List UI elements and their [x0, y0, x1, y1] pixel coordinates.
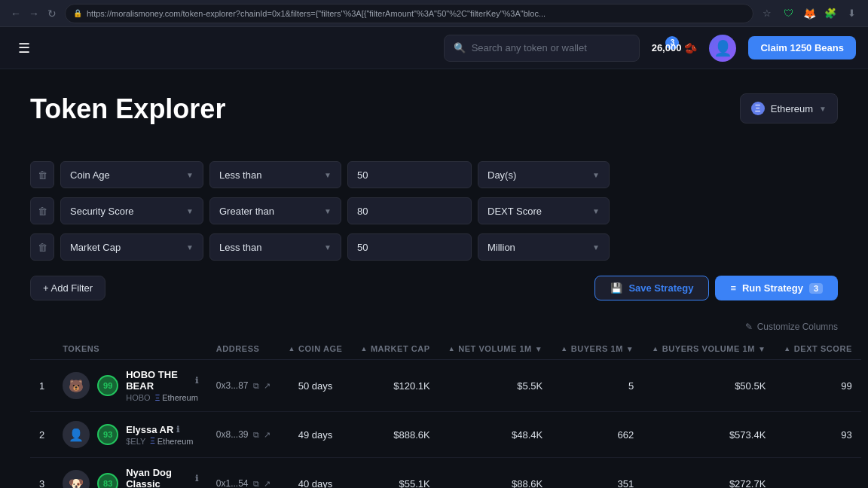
save-icon: 💾	[610, 282, 622, 294]
token-name-2: Elyssa AR ℹ	[126, 424, 193, 435]
filter-unit-1[interactable]: Day(s) ▼	[478, 161, 610, 188]
filter-value-2[interactable]: 80	[347, 197, 472, 224]
nav-buttons: ← → ↻	[9, 7, 59, 20]
row-address-3: 0x1...54 ⧉ ↗	[207, 458, 280, 489]
col-market-cap-label: MARKET CAP	[371, 344, 430, 353]
address-value-1: 0x3...87	[216, 380, 249, 391]
filter-unit-3-label: Million	[487, 242, 515, 253]
eth-label: Ethereum	[771, 103, 813, 114]
menu-button[interactable]: ☰	[12, 36, 36, 60]
token-info-2: Elyssa AR ℹ $ELY Ξ Ethereum	[126, 424, 193, 446]
col-rank	[30, 338, 53, 360]
filter-unit-chevron-icon: ▼	[592, 171, 600, 179]
filter-buyers-vol-icon[interactable]: ▼	[758, 345, 766, 353]
filter-unit-3[interactable]: Million ▼	[478, 233, 610, 261]
open-address-button-1[interactable]: ↗	[264, 381, 270, 391]
token-avatar-2: 👤	[63, 421, 90, 448]
security-badge-1: 99	[97, 375, 118, 396]
col-coin-age-label: COIN AGE	[298, 344, 342, 353]
open-address-button-2[interactable]: ↗	[264, 430, 270, 440]
delete-filter-2-button[interactable]: 🗑	[30, 197, 54, 224]
sort-up-icon: ▲	[289, 345, 295, 352]
sort-buyers-icon: ▲	[561, 345, 567, 352]
filter-row-2: 🗑 Security Score ▼ Greater than ▼ 80 DEX…	[30, 197, 838, 224]
search-bar[interactable]: 🔍 Search any token or wallet	[444, 35, 640, 62]
tokens-table: TOKENS ADDRESS ▲ COIN AGE ▲ MARKET CAP	[30, 338, 861, 488]
filter-value-3[interactable]: 50	[347, 233, 472, 261]
search-icon: 🔍	[454, 42, 466, 53]
filter-field-chevron-icon: ▼	[186, 207, 194, 215]
filter-net-icon[interactable]: ▼	[535, 345, 542, 353]
eth-chain-icon: Ξ	[150, 437, 155, 445]
coin-age-value-2: 49 days	[298, 429, 333, 441]
filter-field-1-label: Coin Age	[70, 169, 110, 181]
filter-field-2[interactable]: Security Score ▼	[60, 197, 203, 224]
fox-icon[interactable]: 🦊	[802, 6, 817, 21]
coin-age-value-3: 40 days	[298, 478, 333, 489]
delete-filter-1-button[interactable]: 🗑	[30, 161, 54, 188]
token-meta-1: HOBO Ξ Ethereum	[126, 393, 198, 402]
col-dext-inner: ▲ DEXT SCORE	[784, 344, 851, 353]
add-filter-button[interactable]: + Add Filter	[30, 276, 105, 300]
hamburger-icon: ☰	[18, 40, 30, 56]
row-rank-1: 1	[30, 360, 53, 412]
page-title: Token Explorer	[30, 93, 225, 125]
bookmark-icon[interactable]: ☆	[760, 6, 775, 21]
row-address-1: 0x3...87 ⧉ ↗	[207, 360, 280, 412]
customize-columns-button[interactable]: ✎ Customize Columns	[745, 322, 838, 332]
app-header: ☰ 🔍 Search any token or wallet 3 26,000 …	[0, 27, 868, 69]
row-market-cap-1: $120.1K	[351, 360, 439, 412]
copy-address-button-2[interactable]: ⧉	[253, 430, 259, 440]
col-coin-age-inner: ▲ COIN AGE	[289, 344, 343, 353]
lock-icon: 🔒	[73, 9, 82, 17]
save-strategy-button[interactable]: 💾 Save Strategy	[594, 276, 709, 300]
customize-columns-label: Customize Columns	[757, 322, 838, 332]
refresh-button[interactable]: ↻	[45, 7, 59, 20]
security-badge-2: 93	[97, 424, 118, 445]
sort-buyers-vol-icon: ▲	[652, 345, 659, 352]
token-name-3: Nyan Dog Classic ℹ	[126, 467, 198, 488]
forward-button[interactable]: →	[27, 7, 41, 20]
filter-value-2-text: 80	[357, 206, 368, 217]
avatar[interactable]: 👤	[709, 35, 736, 62]
shield-icon[interactable]: 🛡	[781, 6, 796, 21]
filter-condition-1[interactable]: Less than ▼	[209, 161, 341, 188]
filter-field-chevron-icon: ▼	[186, 243, 194, 252]
filter-unit-2-label: DEXT Score	[487, 206, 542, 217]
eth-selector[interactable]: Ξ Ethereum ▼	[740, 93, 838, 124]
col-address-header: ADDRESS	[207, 338, 280, 360]
token-cell-2: 👤 93 Elyssa AR ℹ $ELY Ξ Ethereum	[63, 421, 198, 448]
claim-button[interactable]: Claim 1250 Beans	[748, 36, 856, 59]
open-address-button-3[interactable]: ↗	[264, 479, 270, 489]
filter-unit-2[interactable]: DEXT Score ▼	[478, 197, 610, 224]
filter-field-3[interactable]: Market Cap ▼	[60, 233, 203, 261]
filter-buyers-icon[interactable]: ▼	[626, 345, 634, 353]
col-coin-age-header: ▲ COIN AGE	[280, 338, 352, 360]
token-avatar-3: 🐶	[63, 470, 90, 488]
filter-condition-3[interactable]: Less than ▼	[209, 233, 341, 261]
filter-condition-2[interactable]: Greater than ▼	[209, 197, 341, 224]
row-market-cap-3: $55.1K	[351, 458, 439, 489]
run-icon: ≡	[730, 282, 736, 294]
browser-chrome: ← → ↻ 🔒 https://moralismoney.com/token-e…	[0, 0, 868, 27]
col-net-volume-header: ▲ NET VOLUME 1M ▼	[439, 338, 552, 360]
download-icon[interactable]: ⬇	[844, 6, 859, 21]
copy-address-button-3[interactable]: ⧉	[253, 479, 259, 489]
col-tokens-header: TOKENS	[53, 338, 207, 360]
filter-condition-3-label: Less than	[219, 242, 261, 253]
row-net-volume-1: $5.5K	[439, 360, 552, 412]
row-coin-age-3: 40 days	[280, 458, 352, 489]
address-bar[interactable]: 🔒 https://moralismoney.com/token-explore…	[65, 4, 753, 23]
col-buyers-inner: ▲ BUYERS 1M ▼	[561, 344, 634, 353]
copy-address-button-1[interactable]: ⧉	[253, 381, 259, 391]
puzzle-icon[interactable]: 🧩	[823, 6, 838, 21]
filter-field-1[interactable]: Coin Age ▼	[60, 161, 203, 188]
back-button[interactable]: ←	[9, 7, 23, 20]
col-dext-header: ▲ DEXT SCORE	[775, 338, 860, 360]
run-strategy-button[interactable]: ≡ Run Strategy 3	[715, 276, 838, 300]
delete-filter-3-button[interactable]: 🗑	[30, 233, 54, 261]
table-row: 1 🐻 99 HOBO THE BEAR ℹ HOBO Ξ Ethereum	[30, 360, 861, 412]
table-header-row-el: TOKENS ADDRESS ▲ COIN AGE ▲ MARKET CAP	[30, 338, 861, 360]
filter-row-1: 🗑 Coin Age ▼ Less than ▼ 50 Day(s) ▼	[30, 161, 838, 188]
filter-value-1[interactable]: 50	[347, 161, 472, 188]
